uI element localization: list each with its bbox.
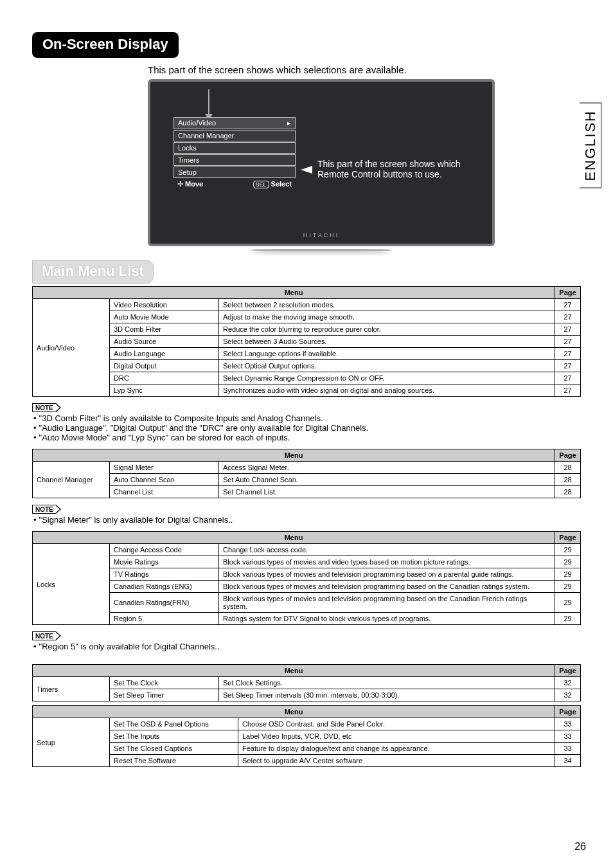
opt: Movie Ratings (110, 556, 219, 568)
col-menu: Menu (33, 706, 555, 718)
note-item: •"3D Comb Filter" is only available to C… (33, 413, 581, 423)
timers-table: MenuPage Timers Set The ClockSet Clock S… (32, 664, 581, 701)
pg: 33 (555, 743, 581, 755)
opt: Channel List (110, 486, 219, 498)
col-menu: Menu (33, 665, 555, 677)
section-cell: Channel Manager (33, 462, 110, 498)
desc: Set Sleep Timer intervals (30 min. inter… (219, 689, 555, 701)
desc: Block various types of movies and televi… (219, 593, 555, 613)
desc: Label Video Inputs, VCR, DVD, etc (238, 730, 555, 743)
move-icon: ✢ (177, 180, 183, 188)
opt: Video Resolution (110, 299, 219, 311)
opt: Digital Output (110, 360, 219, 372)
opt: 3D Comb Filter (110, 323, 219, 336)
desc: Block various types of movies and televi… (219, 581, 555, 593)
opt: Lyp Sync (110, 384, 219, 397)
menu-row-locks: Locks (173, 142, 296, 154)
desc: Select between 3 Audio Sources. (219, 336, 555, 348)
menu-label: Setup (178, 168, 197, 176)
note-list-av: •"3D Comb Filter" is only available to C… (33, 413, 581, 442)
desc: Synchronizes audio with video signal on … (219, 384, 555, 397)
note-item: •"Region 5" is only available for Digita… (33, 642, 581, 651)
page-number: 26 (574, 841, 586, 853)
channel-manager-table: MenuPage Channel Manager Signal MeterAcc… (32, 449, 581, 498)
pg: 29 (555, 568, 581, 581)
tv-stand (251, 249, 392, 257)
pg: 27 (555, 299, 581, 311)
desc: Select Dynamic Range Compression to ON o… (219, 372, 555, 384)
note-text: "Signal Meter" is only available for Dig… (39, 515, 233, 525)
menu-nav-hint: ✢ Move SEL Select (173, 179, 296, 190)
section-cell: Audio/Video (33, 299, 110, 397)
pg: 27 (555, 348, 581, 360)
menu-label: Locks (178, 144, 197, 152)
desc: Select Optical Output options. (219, 360, 555, 372)
menu-label: Timers (178, 156, 199, 164)
note-label: NOTE (32, 505, 56, 514)
select-label: Select (271, 180, 292, 188)
pg: 27 (555, 336, 581, 348)
pg: 27 (555, 372, 581, 384)
menu-label: Audio/Video (178, 119, 216, 127)
desc: Choose OSD Contrast. and Side Panel Colo… (238, 718, 555, 730)
section-cell: Setup (33, 718, 110, 767)
menu-row-timers: Timers (173, 154, 296, 166)
page-title: On-Screen Display (32, 32, 179, 58)
opt: Auto Channel Scan (110, 474, 219, 486)
col-menu: Menu (33, 287, 555, 299)
col-page: Page (555, 287, 581, 299)
pg: 29 (555, 593, 581, 613)
pg: 28 (555, 486, 581, 498)
nav-select-hint: SEL Select (253, 180, 292, 188)
pg: 29 (555, 544, 581, 556)
brand-logo: HITACHI (303, 232, 339, 239)
desc: Set Auto Channel Scan. (219, 474, 555, 486)
pg: 28 (555, 462, 581, 474)
pg: 27 (555, 311, 581, 323)
arrow-left-icon (301, 166, 312, 174)
opt: Set The OSD & Panel Options (110, 718, 238, 730)
opt: Set The Clock (110, 677, 219, 689)
opt: Region 5 (110, 613, 219, 625)
opt: Change Access Code (110, 544, 219, 556)
col-page: Page (555, 706, 581, 718)
menu-row-audio-video: Audio/Video▸ (173, 117, 296, 129)
pg: 34 (555, 755, 581, 767)
pg: 27 (555, 360, 581, 372)
col-menu: Menu (33, 449, 555, 462)
desc: Ratings system for DTV Signal to block v… (219, 613, 555, 625)
chevron-right-icon: ▸ (287, 119, 291, 127)
audio-video-table: MenuPage Audio/Video Video ResolutionSel… (32, 286, 581, 397)
desc: Set Channel List. (219, 486, 555, 498)
section-title: Main Menu List (32, 260, 154, 284)
note-text: "Region 5" is only available for Digital… (39, 642, 220, 651)
opt: Set Sleep Timer (110, 689, 219, 701)
setup-table: MenuPage Setup Set The OSD & Panel Optio… (32, 705, 581, 767)
desc: Adjust to make the moving image smooth. (219, 311, 555, 323)
language-sidebar: ENGLISH (580, 103, 601, 188)
menu-row-channel-manager: Channel Manager (173, 130, 296, 141)
opt: Canadian Ratings(FRN) (110, 593, 219, 613)
desc: Select between 2 resolution modes. (219, 299, 555, 311)
pg: 29 (555, 613, 581, 625)
opt: TV Ratings (110, 568, 219, 581)
sel-icon: SEL (253, 181, 269, 188)
opt: Audio Source (110, 336, 219, 348)
pg: 29 (555, 556, 581, 568)
opt: Set The Inputs (110, 730, 238, 743)
note-item: •"Signal Meter" is only available for Di… (33, 515, 581, 525)
pg: 27 (555, 323, 581, 336)
pg: 29 (555, 581, 581, 593)
desc: Select to upgrade A/V Center software (238, 755, 555, 767)
locks-table: MenuPage Locks Change Access CodeChange … (32, 531, 581, 625)
note-list-cm: •"Signal Meter" is only available for Di… (33, 515, 581, 525)
intro-text: This part of the screen shows which sele… (148, 64, 581, 75)
note-text: "3D Comb Filter" is only available to Co… (39, 413, 323, 423)
desc: Block various types of movies and televi… (219, 568, 555, 581)
opt: Auto Movie Mode (110, 311, 219, 323)
pg: 33 (555, 718, 581, 730)
nav-move-hint: ✢ Move (177, 180, 203, 188)
desc: Block various types of movies and video … (219, 556, 555, 568)
col-page: Page (555, 665, 581, 677)
note-text: "Audio Language", "Digital Output" and t… (39, 423, 369, 433)
